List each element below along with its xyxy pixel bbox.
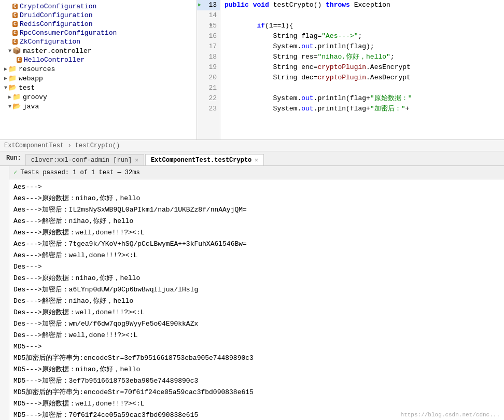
folder-icon: 📁: [8, 74, 17, 82]
tree-label: java: [23, 103, 39, 110]
line-20: 20: [197, 73, 220, 83]
pass-icon: ✓: [13, 169, 17, 176]
code-line-21: [225, 83, 500, 93]
tree-item-resources[interactable]: ▶ 📁 resources: [0, 64, 197, 74]
file-tree: C CryptoConfiguration C DruidConfigurati…: [0, 0, 197, 139]
class-icon: C: [12, 12, 18, 18]
side-panel: [0, 166, 9, 420]
tree-label: DruidConfiguration: [20, 11, 92, 19]
output-line: MD5--->: [13, 341, 500, 353]
folder-icon: 📁: [12, 93, 21, 101]
tree-label: master.controller: [23, 47, 92, 55]
package-icon: 📦: [12, 47, 21, 55]
code-line-20: String dec=cryptoPlugin.AesDecrypt: [225, 73, 500, 83]
code-line-17: System.out.println(flag);: [225, 41, 500, 52]
expand-icon: ▶: [4, 75, 7, 81]
output-line: MD5加密后的字符串为:encodeStr=3ef7b9516618753eba…: [13, 353, 500, 364]
tree-label: webapp: [19, 75, 43, 82]
run-label: Run:: [2, 151, 25, 165]
tree-item-redis[interactable]: C RedisConfiguration: [0, 20, 197, 29]
output-line: Des--->原始数据：nihao,你好，hello: [13, 273, 500, 284]
tree-label: CryptoConfiguration: [20, 3, 96, 10]
line-14: 14: [197, 10, 220, 21]
output-line: MD5--->加密后：3ef7b9516618753eba905e7448989…: [13, 375, 500, 387]
tree-item-rpc[interactable]: C RpcConsumerConfiguration: [0, 29, 197, 37]
console-output[interactable]: Aes---> Aes--->原始数据：nihao,你好，hello Aes--…: [9, 179, 504, 420]
tab-run[interactable]: clover:xxl-conf-admin [run] ✕: [25, 154, 144, 165]
code-line-14: [225, 10, 500, 21]
code-editor: ▶ 13 14 15 ▼ 16 17 18 19 20 21 22 23 pub…: [197, 0, 504, 139]
console-toolbar: ✓ Tests passed: 1 of 1 test — 32ms: [9, 166, 504, 179]
tree-item-java[interactable]: ▼ 📂 java: [0, 102, 197, 111]
output-line: Aes--->原始数据：well,done!!!?><:L: [13, 227, 500, 239]
line-13: ▶ 13: [197, 0, 220, 10]
output-line: MD5--->原始数据：nihao,你好，hello: [13, 364, 500, 375]
tab-test-label: ExtComponentTest.testCrypto: [151, 157, 251, 164]
code-area: C CryptoConfiguration C DruidConfigurati…: [0, 0, 504, 140]
tree-label: HelloController: [24, 56, 85, 64]
output-line: Aes--->原始数据：nihao,你好，hello: [13, 193, 500, 204]
output-line: Aes--->加密后：IL2msNySxWB9QL0aPIkm1/nab/1UK…: [13, 204, 500, 216]
tree-label: ZkConfiguration: [20, 38, 80, 46]
code-line-15: if(1==1){: [225, 21, 500, 31]
tree-item-test[interactable]: ▼ 📂 test: [0, 83, 197, 92]
tree-label: groovy: [23, 93, 47, 101]
output-line: Des--->解密后：nihao,你好，hello: [13, 296, 500, 307]
console-with-sidebar: ✓ Tests passed: 1 of 1 test — 32ms Aes--…: [0, 166, 504, 420]
tab-run-label: clover:xxl-conf-admin [run]: [31, 157, 132, 164]
tree-item-webapp[interactable]: ▶ 📁 webapp: [0, 74, 197, 83]
code-content: public void testCrypto() throws Exceptio…: [220, 0, 504, 139]
line-17: 17: [197, 41, 220, 52]
class-icon: C: [12, 39, 18, 45]
tab-test[interactable]: ExtComponentTest.testCrypto ✕: [145, 154, 264, 165]
output-line: Aes--->: [13, 181, 500, 193]
output-line: Des--->加密后：a6LYnp0dUW/p0Cp6bwBwqIljua/lH…: [13, 284, 500, 296]
output-line: Des--->: [13, 261, 500, 273]
output-line: MD5--->原始数据：well,done!!!?><:L: [13, 398, 500, 410]
tree-label: test: [19, 84, 35, 92]
collapse-icon: ▼: [8, 104, 11, 109]
collapse-icon: ▼: [4, 85, 7, 91]
class-icon: C: [12, 30, 18, 36]
output-line: Des--->原始数据：well,done!!!?><:L: [13, 307, 500, 318]
line-15: 15 ▼: [197, 21, 220, 31]
code-line-19: String enc=cryptoPlugin.AesEncrypt: [225, 62, 500, 73]
watermark: https://blog.csdn.net/cdnc...: [401, 412, 500, 418]
line-23: 23: [197, 104, 220, 114]
output-line: MD5加密后的字符串为:encodeStr=70f61f24ce05a59cac…: [13, 387, 500, 398]
folder-open-icon: 📂: [8, 83, 17, 92]
line-16: 16: [197, 31, 220, 41]
line-19: 19: [197, 62, 220, 73]
output-line: Des--->加密后：wm/eU/f6dw7qog9WyyFe5o04E90kk…: [13, 318, 500, 330]
expand-icon: ▶: [4, 66, 7, 72]
expand-icon: ▶: [8, 94, 11, 100]
breadcrumb-bar: ExtComponentTest › testCrypto(): [0, 140, 504, 151]
tab-close-icon[interactable]: ✕: [135, 157, 138, 163]
test-status: Tests passed: 1 of 1 test — 32ms: [20, 169, 139, 176]
tree-item-druid[interactable]: C DruidConfiguration: [0, 11, 197, 20]
class-icon: C: [12, 21, 18, 27]
console-area: ✓ Tests passed: 1 of 1 test — 32ms Aes--…: [9, 166, 504, 420]
code-line-16: String flag="Aes--->";: [225, 31, 500, 41]
run-gutter-icon: ▶: [198, 0, 201, 10]
tree-label: RedisConfiguration: [20, 20, 92, 28]
line-18: 18: [197, 52, 220, 62]
tab-close-icon[interactable]: ✕: [255, 157, 258, 163]
class-icon: C: [17, 57, 22, 63]
code-line-23: System.out.println(flag+"加密后："+: [225, 104, 500, 114]
folder-open-icon: 📂: [12, 102, 21, 110]
tree-label: RpcConsumerConfiguration: [20, 29, 117, 37]
folder-icon: 📁: [8, 65, 17, 73]
line-22: 22: [197, 93, 220, 104]
code-line-13: public void testCrypto() throws Exceptio…: [225, 0, 500, 10]
breadcrumb: ExtComponentTest › testCrypto(): [4, 142, 120, 149]
tree-item-hello-ctrl[interactable]: C HelloController: [0, 55, 197, 64]
tree-item-groovy[interactable]: ▶ 📁 groovy: [0, 92, 197, 102]
fold-icon: ▼: [209, 21, 212, 31]
collapse-icon: ▼: [8, 48, 11, 54]
class-icon: C: [12, 4, 18, 9]
tree-item-zk[interactable]: C ZkConfiguration: [0, 37, 197, 46]
tree-item-crypto[interactable]: C CryptoConfiguration: [0, 2, 197, 11]
tree-item-master-ctrl[interactable]: ▼ 📦 master.controller: [0, 46, 197, 55]
line-21: 21: [197, 83, 220, 93]
